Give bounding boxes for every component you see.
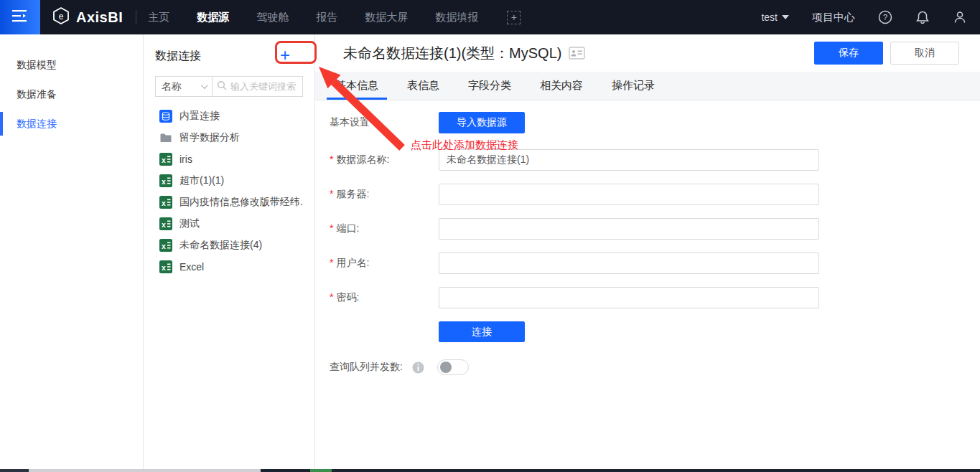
required-asterisk: * xyxy=(330,188,333,199)
toggle-knob xyxy=(440,362,452,373)
list-item-supermarket[interactable]: x 超市(1)(1) xyxy=(155,170,303,192)
list-item-label: 留学数据分析 xyxy=(179,131,240,144)
field-label-datasource-name: *数据源名称: xyxy=(330,154,439,166)
list-item-label: 超市(1)(1) xyxy=(179,174,224,187)
user-profile-icon[interactable] xyxy=(953,10,967,24)
panel-title: 数据连接 xyxy=(155,49,201,64)
excel-icon: x xyxy=(159,196,172,209)
taskbar-segment xyxy=(0,469,29,472)
svg-text:e: e xyxy=(59,11,64,22)
search-box xyxy=(213,76,303,97)
taskbar-segment xyxy=(310,469,332,472)
sidebar-item-data-connection[interactable]: 数据连接 xyxy=(0,109,143,138)
project-center-link[interactable]: 项目中心 xyxy=(812,11,855,24)
tab-related-content[interactable]: 相关内容 xyxy=(528,72,594,100)
nav-item-datascreen[interactable]: 数据大屏 xyxy=(365,11,408,24)
search-icon xyxy=(217,80,227,93)
connection-form: 基本设置 导入数据源 *数据源名称: *服务器: *端口: *用户名: xyxy=(315,100,980,375)
tab-operation-log[interactable]: 操作记录 xyxy=(600,72,666,100)
axisbi-logo-icon: e xyxy=(52,6,70,28)
list-item-label: iris xyxy=(179,154,192,165)
user-name: test xyxy=(761,11,778,23)
top-navbar: e AxisBI 主页 数据源 驾驶舱 报告 数据大屏 数据填报 + test … xyxy=(0,0,980,34)
port-input[interactable] xyxy=(439,218,819,240)
topbar-right-cluster: test 项目中心 ? xyxy=(761,10,980,24)
connect-button[interactable]: 连接 xyxy=(439,321,525,342)
nav-item-datasource[interactable]: 数据源 xyxy=(197,11,229,24)
info-icon[interactable] xyxy=(412,362,424,374)
required-asterisk: * xyxy=(330,154,333,165)
nav-item-dashboard[interactable]: 驾驶舱 xyxy=(256,11,289,24)
svg-text:x: x xyxy=(162,177,166,186)
svg-text:x: x xyxy=(162,220,166,229)
nav-item-report[interactable]: 报告 xyxy=(316,11,337,24)
filter-type-select[interactable]: 名称 xyxy=(155,76,213,97)
tab-table-info[interactable]: 表信息 xyxy=(396,72,451,100)
list-item-builtin[interactable]: 内置连接 xyxy=(155,105,303,127)
list-item-folder[interactable]: 留学数据分析 xyxy=(155,127,303,148)
svg-text:?: ? xyxy=(883,13,887,22)
field-label-port: *端口: xyxy=(330,222,439,235)
list-item-unnamed4[interactable]: x 未命名数据连接(4) xyxy=(155,235,303,256)
nav-item-datafill[interactable]: 数据填报 xyxy=(435,11,478,24)
username-input[interactable] xyxy=(439,252,819,274)
concurrency-toggle[interactable] xyxy=(437,359,469,375)
password-input[interactable] xyxy=(439,287,819,308)
svg-text:x: x xyxy=(162,156,166,164)
notification-bell-icon[interactable] xyxy=(915,10,930,24)
server-input[interactable] xyxy=(439,184,819,205)
hamburger-menu-button[interactable] xyxy=(0,0,40,34)
svg-text:x: x xyxy=(162,199,166,207)
main-content: 未命名数据连接(1)(类型：MySQL) 保存 取消 基本信息 xyxy=(315,34,980,469)
app-title: AxisBI xyxy=(76,9,123,26)
help-icon[interactable]: ? xyxy=(878,10,892,24)
connection-info-card-icon[interactable] xyxy=(569,47,585,60)
tab-basic-info[interactable]: 基本信息 xyxy=(324,72,390,100)
section-label: 基本设置 xyxy=(330,116,439,129)
list-item-label: 内置连接 xyxy=(179,110,220,123)
add-connection-button[interactable]: + xyxy=(280,47,303,65)
save-button[interactable]: 保存 xyxy=(814,42,883,65)
field-label-server: *服务器: xyxy=(330,188,439,201)
list-item-excel[interactable]: x Excel xyxy=(155,256,303,278)
required-asterisk: * xyxy=(330,291,333,303)
list-item-epidemic[interactable]: x 国内疫情信息修改版带经纬... xyxy=(155,192,303,213)
filter-selected-value: 名称 xyxy=(162,80,182,93)
chevron-down-icon xyxy=(782,15,789,19)
list-item-label: Excel xyxy=(179,261,204,273)
main-nav-menu: 主页 数据源 驾驶舱 报告 数据大屏 数据填报 xyxy=(148,11,478,24)
list-item-test[interactable]: x 测试 xyxy=(155,213,303,235)
import-datasource-button[interactable]: 导入数据源 xyxy=(439,112,525,133)
field-label-password: *密码: xyxy=(330,291,439,304)
required-asterisk: * xyxy=(330,222,333,234)
field-label-username: *用户名: xyxy=(330,257,439,270)
svg-text:x: x xyxy=(162,242,166,250)
tab-field-category[interactable]: 字段分类 xyxy=(457,72,523,100)
datasource-name-input[interactable] xyxy=(439,149,819,171)
folder-icon xyxy=(159,131,172,144)
list-item-label: 未命名数据连接(4) xyxy=(179,239,262,252)
search-input[interactable] xyxy=(230,81,298,92)
detail-tabbar: 基本信息 表信息 字段分类 相关内容 操作记录 xyxy=(315,72,980,100)
concurrency-label: 查询队列并发数: xyxy=(330,361,403,374)
excel-icon: x xyxy=(159,153,172,166)
connection-list-panel: 数据连接 + 名称 xyxy=(144,34,315,469)
list-item-iris[interactable]: x iris xyxy=(155,148,303,170)
sidebar-item-data-prep[interactable]: 数据准备 xyxy=(0,80,143,109)
sidebar-item-data-model[interactable]: 数据模型 xyxy=(0,50,143,80)
navbar-divider xyxy=(136,10,136,24)
connection-list: 内置连接 留学数据分析 x xyxy=(155,105,303,278)
excel-icon: x xyxy=(159,217,172,230)
page-title: 未命名数据连接(1)(类型：MySQL) xyxy=(343,44,561,63)
taskbar-segment xyxy=(261,469,980,472)
nav-item-home[interactable]: 主页 xyxy=(148,11,169,24)
list-item-label: 国内疫情信息修改版带经纬... xyxy=(179,196,303,209)
required-asterisk: * xyxy=(330,257,333,268)
hamburger-icon xyxy=(12,9,28,25)
database-icon xyxy=(159,110,172,123)
svg-text:x: x xyxy=(162,263,166,272)
cancel-button[interactable]: 取消 xyxy=(890,42,959,65)
user-dropdown[interactable]: test xyxy=(761,11,789,23)
add-module-button[interactable]: + xyxy=(507,11,521,24)
bottom-taskbar-sliver xyxy=(0,469,980,472)
